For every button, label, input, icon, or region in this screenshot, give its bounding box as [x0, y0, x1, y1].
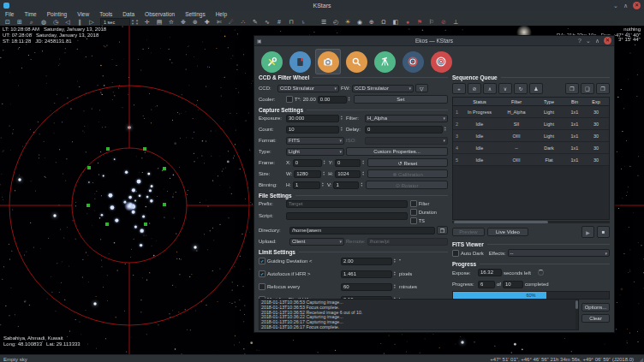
ekos-minimize-icon[interactable]: ⌄	[586, 37, 591, 45]
browse-directory-button[interactable]: ❒	[437, 226, 448, 234]
time-infobox[interactable]: LT: 10:28:08 AM Saturday, January 13, 20…	[3, 27, 106, 45]
menu-item-settings[interactable]: Settings	[180, 11, 211, 18]
menu-item-file[interactable]: File	[0, 11, 19, 18]
lock-position-icon[interactable]: Ω	[378, 18, 390, 26]
menu-item-view[interactable]: View	[72, 11, 94, 18]
menu-item-time[interactable]: Time	[19, 11, 41, 18]
binning-h-input[interactable]: 1	[293, 181, 320, 189]
autofocus-hfr-input[interactable]: 1.461	[341, 270, 392, 278]
tab-guide[interactable]	[428, 49, 454, 74]
clear-log-button[interactable]: Clear	[581, 314, 610, 323]
help-icon[interactable]: ?	[578, 37, 581, 45]
sky-image-icon[interactable]: ▤	[153, 18, 165, 26]
guiding-deviation-checkbox[interactable]	[259, 258, 265, 264]
autofocus-hfr-checkbox[interactable]	[259, 270, 265, 277]
guiding-deviation-input[interactable]: 2.00	[341, 258, 392, 265]
save-sequence-icon[interactable]: ❑	[581, 83, 594, 94]
location-box-icon[interactable]: ◉	[354, 18, 366, 26]
size-w-input[interactable]: 1280	[294, 170, 321, 178]
zoom-to-fit-icon[interactable]: ⊞	[14, 18, 26, 26]
sequence-job-row[interactable]: 3 Idle OIII Light 1x1 30	[453, 130, 609, 142]
upload-select[interactable]: Client▾	[289, 238, 344, 246]
reset-frame-button[interactable]: ↺ Reset	[367, 158, 448, 167]
pointing-icon[interactable]: ✛	[141, 18, 153, 26]
prioritize-job-icon[interactable]: ♟	[529, 83, 543, 94]
telescope-crosshair-icon[interactable]: ⊕	[366, 18, 378, 26]
sequence-job-row[interactable]: 5 Idle OIII Flat 1x1 30	[453, 154, 609, 166]
tab-align[interactable]	[400, 49, 426, 74]
set-time-icon[interactable]: ◷	[50, 18, 62, 26]
satellites-icon[interactable]: ✄	[213, 18, 225, 26]
effects-select[interactable]: --▾	[508, 249, 610, 257]
flag-white-icon[interactable]: ⚐	[426, 18, 438, 26]
sequence-hscrollbar[interactable]	[452, 221, 610, 223]
coordinate-grid-icon[interactable]: #	[273, 18, 285, 26]
record-icon[interactable]: ●	[402, 18, 414, 26]
open-sequence-icon[interactable]: ❒	[565, 83, 579, 94]
vertical-lock-icon[interactable]: ⊥	[450, 18, 462, 26]
maximize-icon[interactable]: ∧	[623, 2, 628, 9]
sequence-job-row[interactable]: 4 Idle -- Dark 1x1 30	[453, 142, 609, 154]
directory-input[interactable]: /home/jasem	[289, 227, 435, 234]
select-fov-icon[interactable]: ⊡	[2, 18, 14, 26]
stars-icon[interactable]: ✫	[165, 18, 177, 26]
start-sequence-button[interactable]: ▶	[581, 226, 594, 238]
stop-sequence-button[interactable]: ■	[597, 226, 610, 238]
set-location-icon[interactable]: ◍	[38, 18, 50, 26]
capture-log[interactable]: 2018-01-13T10:36:53 Capturing image...20…	[259, 299, 579, 330]
add-label-icon[interactable]: ✚	[201, 18, 213, 26]
menu-item-observation[interactable]: Observation	[140, 11, 180, 18]
tab-mount[interactable]	[372, 49, 397, 74]
filter-select[interactable]: H_Alpha▾	[365, 115, 448, 122]
format-select[interactable]: FITS▾	[286, 137, 344, 145]
menu-item-pointing[interactable]: Pointing	[42, 11, 73, 18]
location-infobox[interactable]: Sabahiya, Ahmadi, KuwaitLong: 48.100833 …	[3, 335, 80, 347]
time-unit-spin-icon[interactable]: ▲▼	[135, 19, 139, 26]
filter-manager-button[interactable]: ▽	[415, 84, 428, 92]
type-select[interactable]: Light▾	[286, 148, 344, 156]
temperature-setpoint[interactable]: 0.00	[318, 96, 347, 104]
size-h-input[interactable]: 1024	[335, 170, 361, 178]
sequence-job-row[interactable]: 1 In Progress H_Alpha Light 1x1 30	[453, 106, 609, 118]
options-button[interactable]: Options...	[581, 303, 610, 312]
exposure-input[interactable]: 30.000	[286, 115, 339, 122]
constellation-lines-icon[interactable]: ∴	[237, 18, 249, 26]
constellation-art-icon[interactable]: ✎	[249, 18, 261, 26]
prefix-filter-checkbox[interactable]	[410, 200, 417, 207]
prefix-ts-checkbox[interactable]	[410, 217, 417, 224]
comets-icon[interactable]: ☄	[225, 18, 237, 26]
delay-input[interactable]: 0	[365, 126, 443, 134]
toggle-clock-icon[interactable]: ∥	[74, 18, 86, 26]
planets-icon[interactable]: ♄	[297, 18, 309, 26]
deep-sky-objects-icon[interactable]: ❉	[177, 18, 189, 26]
count-input[interactable]: 10	[286, 126, 339, 134]
script-input[interactable]	[286, 212, 408, 220]
refocus-input[interactable]: 60	[341, 283, 392, 291]
move-job-down-icon[interactable]: ∨	[498, 83, 512, 94]
prefix-duration-checkbox[interactable]	[410, 209, 417, 216]
time-box-icon[interactable]: ◴	[330, 18, 342, 26]
supernovae-icon[interactable]: ⊛	[189, 18, 201, 26]
filter-wheel-select[interactable]: CCD Simulator▾	[352, 85, 414, 92]
live-video-button[interactable]: Live Video	[487, 228, 528, 236]
focus-box-icon[interactable]: ☀	[342, 18, 354, 26]
tab-scheduler[interactable]	[287, 49, 313, 74]
prefix-input[interactable]: Target	[286, 200, 408, 208]
refocus-checkbox[interactable]	[259, 283, 265, 290]
find-object-icon[interactable]: ⌕	[26, 18, 38, 26]
tab-capture[interactable]	[315, 49, 341, 74]
menu-item-help[interactable]: Help	[211, 11, 232, 18]
add-job-icon[interactable]: +	[452, 83, 466, 94]
move-job-up-icon[interactable]: ∧	[483, 83, 497, 94]
restriction-icon[interactable]: ⊘	[438, 18, 450, 26]
sequence-job-row[interactable]: 2 Idle SII Light 1x1 30	[453, 118, 609, 130]
horizon-icon[interactable]: ⊓	[285, 18, 297, 26]
ccd-select[interactable]: CCD Simulator▾	[277, 85, 339, 92]
frame-x-input[interactable]: 0	[293, 159, 322, 167]
info-boxes-icon[interactable]: ☰	[318, 18, 330, 26]
milky-way-icon[interactable]: ∿	[261, 18, 273, 26]
cooler-checkbox[interactable]	[286, 96, 293, 103]
resize-grip[interactable]: ◢	[639, 356, 643, 362]
close-icon[interactable]: ✕	[633, 2, 641, 9]
binning-v-input[interactable]: 1	[333, 181, 359, 189]
